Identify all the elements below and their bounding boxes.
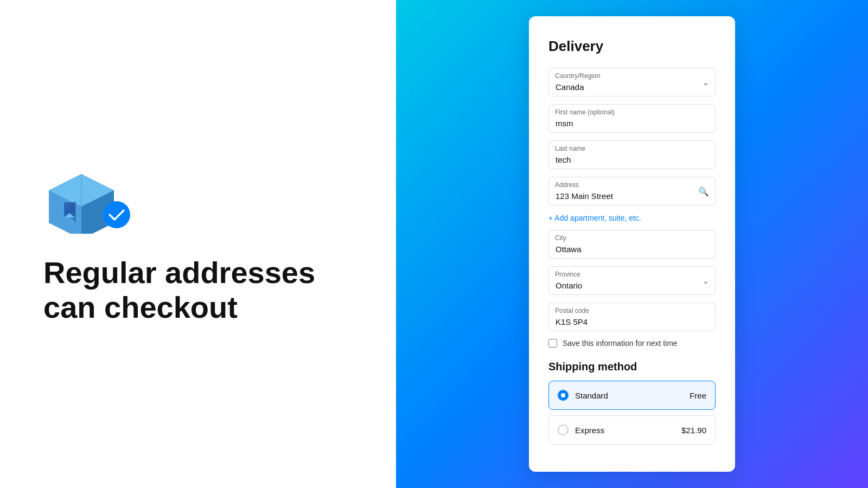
save-info-checkbox[interactable] [548, 339, 557, 348]
last-name-group: Last name [548, 140, 716, 169]
checkout-card: Delivery Country/Region Canada ⌄ First n… [529, 16, 735, 472]
save-info-row: Save this information for next time [548, 339, 716, 348]
city-group: City [548, 230, 716, 259]
radio-standard [558, 390, 569, 401]
logo-icon [43, 163, 141, 234]
shipping-express-price: $21.90 [681, 426, 706, 435]
province-group: Province Ontario ⌄ [548, 266, 716, 295]
city-label: City [555, 234, 566, 242]
add-apartment-link[interactable]: + Add apartment, suite, etc. [548, 214, 641, 222]
postal-group: Postal code [548, 303, 716, 331]
address-group: Address 🔍 [548, 177, 716, 206]
first-name-label: First name (optional) [555, 108, 615, 116]
delivery-title: Delivery [548, 38, 716, 55]
shipping-standard-price: Free [690, 391, 706, 400]
left-panel: Regular addresses can checkout [0, 0, 396, 488]
last-name-label: Last name [555, 145, 585, 152]
shipping-standard-name: Standard [575, 391, 683, 400]
country-group: Country/Region Canada ⌄ [548, 68, 716, 97]
province-label: Province [555, 271, 580, 278]
right-panel: Delivery Country/Region Canada ⌄ First n… [396, 0, 868, 488]
hero-heading: Regular addresses can checkout [43, 255, 347, 325]
address-label: Address [555, 181, 579, 189]
country-label: Country/Region [555, 72, 600, 80]
save-info-label[interactable]: Save this information for next time [563, 339, 678, 348]
first-name-group: First name (optional) [548, 104, 716, 133]
postal-label: Postal code [555, 307, 589, 314]
shipping-method-title: Shipping method [548, 361, 716, 373]
search-icon[interactable]: 🔍 [698, 186, 709, 196]
shipping-standard[interactable]: Standard Free [548, 381, 716, 410]
shipping-express[interactable]: Express $21.90 [548, 415, 716, 445]
radio-express [558, 425, 569, 435]
svg-point-8 [103, 201, 130, 228]
city-input[interactable] [548, 230, 716, 259]
shipping-express-name: Express [575, 426, 675, 435]
